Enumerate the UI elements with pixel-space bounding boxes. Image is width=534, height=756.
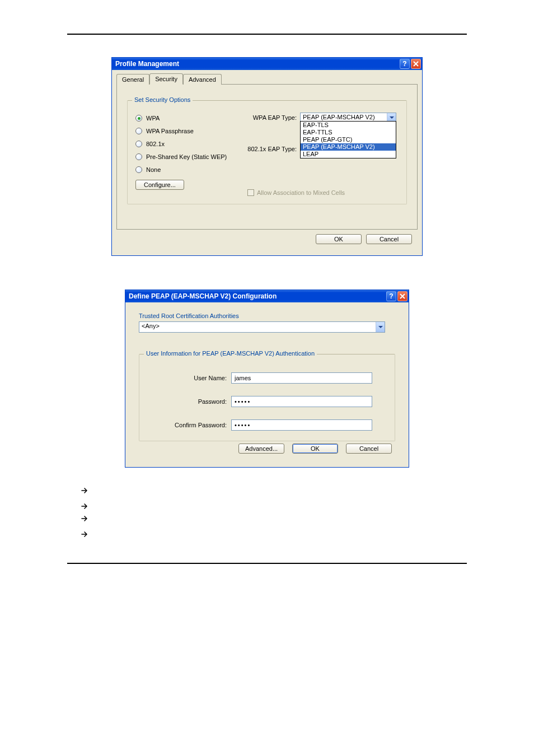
radio-wpa[interactable]: WPA [135,113,247,124]
checkbox-icon [247,189,254,196]
dropdown-option[interactable]: EAP-TTLS [301,129,396,136]
radio-psk-wep[interactable]: Pre-Shared Key (Static WEP) [135,151,247,162]
password-label: Password: [147,398,231,405]
wpa-eap-type-label: WPA EAP Type: [247,114,300,121]
profile-management-dialog: Profile Management ? General Security Ad… [111,57,423,256]
radio-label: WPA Passphrase [146,128,194,134]
username-field[interactable] [231,372,372,384]
eap-type-dropdown-list[interactable]: EAP-TLS EAP-TTLS PEAP (EAP-GTC) PEAP (EA… [300,121,396,158]
bullet-arrow-icon [81,528,467,540]
radio-label: Pre-Shared Key (Static WEP) [146,153,227,160]
titlebar: Profile Management ? [112,58,422,70]
user-info-fieldset: User Information for PEAP (EAP-MSCHAP V2… [139,354,395,441]
radio-wpa-passphrase[interactable]: WPA Passphrase [135,125,247,137]
radio-icon [135,128,142,134]
tabstrip: General Security Advanced [116,73,418,85]
top-rule [67,34,467,35]
trusted-root-combo[interactable]: <Any> [139,321,385,333]
combo-text: <Any> [139,322,376,332]
fieldset-legend: Set Security Options [132,96,193,103]
bullet-list [81,484,467,540]
chevron-down-icon [376,322,385,332]
tab-security[interactable]: Security [149,73,183,85]
cancel-button[interactable]: Cancel [346,444,392,454]
help-button[interactable]: ? [386,291,396,301]
8021x-eap-type-label: 802.1x EAP Type: [247,146,300,152]
close-button[interactable] [397,291,407,301]
fieldset-legend: User Information for PEAP (EAP-MSCHAP V2… [144,350,317,357]
dropdown-option[interactable]: LEAP [301,151,396,158]
radio-none[interactable]: None [135,164,247,175]
advanced-button[interactable]: Advanced... [238,444,284,454]
cancel-button[interactable]: Cancel [366,234,412,244]
eap-type-column: WPA EAP Type: PEAP (EAP-MSCHAP V2) [247,111,399,196]
tab-advanced[interactable]: Advanced [183,74,222,85]
bullet-arrow-icon [81,500,467,512]
bullet-arrow-icon [81,512,467,525]
title-text: Profile Management [115,60,399,68]
password-field[interactable] [231,396,372,407]
ok-button[interactable]: OK [292,444,338,454]
radio-icon [135,141,142,147]
title-text: Define PEAP (EAP-MSCHAP V2) Configuratio… [129,292,385,300]
radio-icon [135,115,142,122]
radio-8021x[interactable]: 802.1x [135,138,247,150]
titlebar: Define PEAP (EAP-MSCHAP V2) Configuratio… [125,290,409,302]
radio-icon [135,153,142,160]
ok-button[interactable]: OK [316,234,362,244]
dropdown-option[interactable]: EAP-TLS [301,122,396,129]
bottom-rule [67,563,467,564]
checkbox-label: Allow Association to Mixed Cells [257,189,345,196]
radio-label: 802.1x [146,141,165,147]
username-label: User Name: [147,375,231,381]
tab-general[interactable]: General [116,74,149,85]
tab-content: Set Security Options WPA WPA Passphrase [116,84,418,230]
security-options-fieldset: Set Security Options WPA WPA Passphrase [127,100,407,204]
radio-column: WPA WPA Passphrase 802.1x [135,111,247,196]
radio-icon [135,166,142,173]
radio-label: WPA [146,115,160,122]
define-peap-dialog: Define PEAP (EAP-MSCHAP V2) Configuratio… [125,290,409,468]
confirm-password-field[interactable] [231,419,372,431]
dropdown-option[interactable]: PEAP (EAP-MSCHAP V2) [301,143,396,151]
trusted-root-label: Trusted Root Certification Authorities [139,312,395,319]
mixed-cells-check[interactable]: Allow Association to Mixed Cells [247,189,399,196]
confirm-password-label: Confirm Password: [147,422,231,428]
bullet-arrow-icon [81,484,467,497]
close-button[interactable] [411,59,421,69]
help-button[interactable]: ? [400,59,410,69]
radio-label: None [146,166,161,173]
dropdown-option[interactable]: PEAP (EAP-GTC) [301,136,396,143]
configure-button[interactable]: Configure... [135,180,184,190]
